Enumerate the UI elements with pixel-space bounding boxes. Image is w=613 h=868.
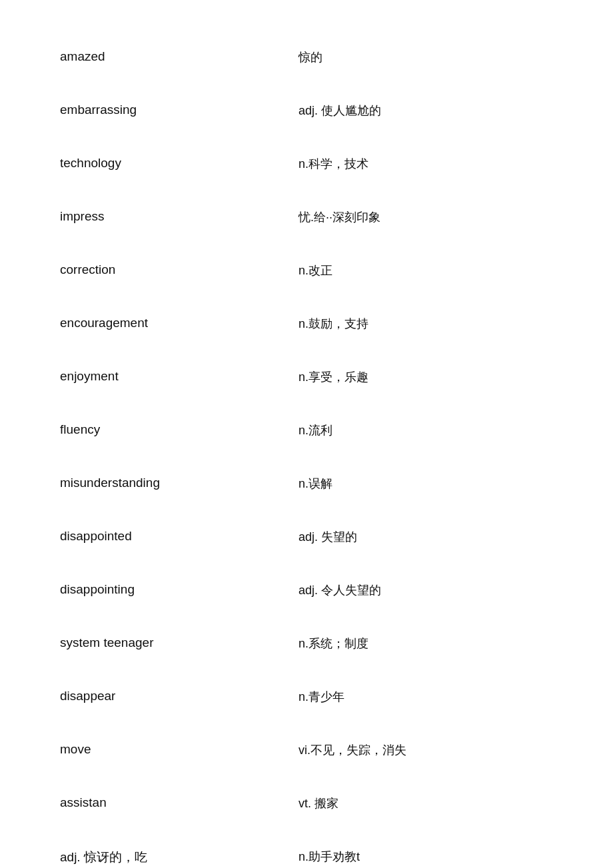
entry-chinese: n.助手劝教t <box>279 839 586 868</box>
spacer-row <box>27 501 586 520</box>
table-row: fluencyn.流利 <box>27 413 586 448</box>
entry-chinese: adj. 令人失望的 <box>279 573 586 608</box>
spacer-row <box>27 234 586 253</box>
entry-english: move <box>27 733 279 767</box>
entry-english: fluency <box>27 413 279 448</box>
entry-chinese: n.科学，技术 <box>279 147 586 181</box>
spacer-row <box>27 714 586 733</box>
spacer-row <box>27 181 586 200</box>
spacer-row <box>27 661 586 679</box>
table-row: technologyn.科学，技术 <box>27 147 586 181</box>
spacer-row <box>27 554 586 573</box>
entry-chinese: n.鼓励，支持 <box>279 306 586 341</box>
spacer-row <box>27 448 586 466</box>
spacer-row <box>27 341 586 360</box>
entry-english: disappointing <box>27 573 279 608</box>
table-row: correctionn.改正 <box>27 253 586 288</box>
entry-english: encouragement <box>27 306 279 341</box>
table-row: disappearn.青少年 <box>27 679 586 714</box>
table-row: system teenagern.系统；制度 <box>27 626 586 661</box>
vocabulary-table: amazed惊的embarrassingadj. 使人尴尬的technology… <box>27 40 586 868</box>
table-row: movevi.不见，失踪，消失 <box>27 733 586 767</box>
entry-chinese: adj. 失望的 <box>279 520 586 554</box>
table-row: encouragementn.鼓励，支持 <box>27 306 586 341</box>
entry-english: embarrassing <box>27 93 279 128</box>
entry-chinese: n.青少年 <box>279 679 586 714</box>
entry-chinese: 惊的 <box>279 40 586 75</box>
spacer-row <box>27 394 586 413</box>
entry-chinese: n.享受，乐趣 <box>279 360 586 394</box>
table-row: misunderstandingn.误解 <box>27 466 586 501</box>
table-row: enjoymentn.享受，乐趣 <box>27 360 586 394</box>
entry-chinese: 忧.给··深刻印象 <box>279 200 586 234</box>
entry-english: impress <box>27 200 279 234</box>
entry-chinese: adj. 使人尴尬的 <box>279 93 586 128</box>
table-row: adj. 惊讶的，吃covern.助手劝教t <box>27 839 586 868</box>
entry-english: technology <box>27 147 279 181</box>
spacer-row <box>27 767 586 786</box>
entry-english: enjoyment <box>27 360 279 394</box>
entry-chinese: vi.不见，失踪，消失 <box>279 733 586 767</box>
table-row: amazed惊的 <box>27 40 586 75</box>
table-row: disappointingadj. 令人失望的 <box>27 573 586 608</box>
entry-chinese: n.流利 <box>279 413 586 448</box>
spacer-row <box>27 128 586 147</box>
entry-chinese: n.系统；制度 <box>279 626 586 661</box>
entry-english: misunderstanding <box>27 466 279 501</box>
entry-english: disappear <box>27 679 279 714</box>
entry-english: correction <box>27 253 279 288</box>
entry-english: adj. 惊讶的，吃cover <box>27 839 279 868</box>
spacer-row <box>27 75 586 93</box>
table-row: assistanvt. 搬家 <box>27 786 586 821</box>
spacer-row <box>27 288 586 306</box>
table-row: embarrassingadj. 使人尴尬的 <box>27 93 586 128</box>
table-row: impress忧.给··深刻印象 <box>27 200 586 234</box>
entry-chinese: n.改正 <box>279 253 586 288</box>
spacer-row <box>27 608 586 626</box>
entry-chinese: vt. 搬家 <box>279 786 586 821</box>
entry-chinese: n.误解 <box>279 466 586 501</box>
entry-english: system teenager <box>27 626 279 661</box>
table-row: disappointedadj. 失望的 <box>27 520 586 554</box>
entry-english: assistan <box>27 786 279 821</box>
entry-english: disappointed <box>27 520 279 554</box>
spacer-row <box>27 821 586 839</box>
entry-english: amazed <box>27 40 279 75</box>
